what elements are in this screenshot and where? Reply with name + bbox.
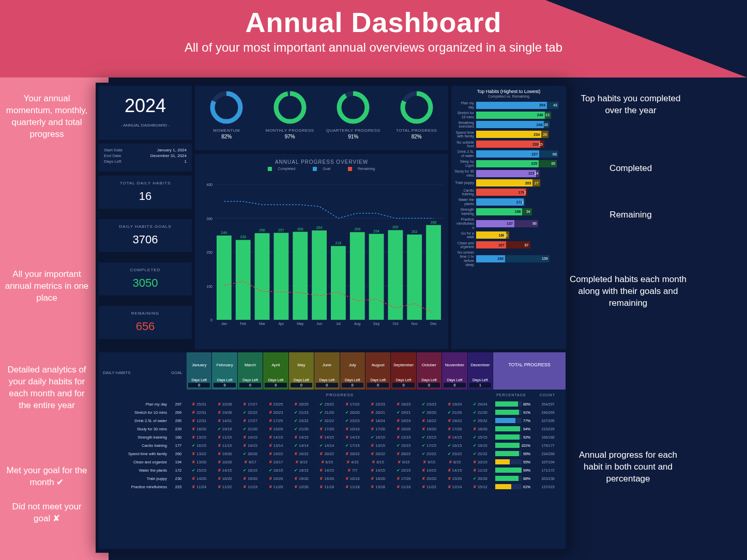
page-title: Annual Dashboard xyxy=(0,6,747,38)
month-header-july: July xyxy=(340,352,365,377)
svg-rect-39 xyxy=(350,232,365,320)
svg-text:Dec: Dec xyxy=(430,322,437,325)
svg-text:May: May xyxy=(297,322,304,326)
callout-annual-progress: Annual progress for each habit in both c… xyxy=(574,449,682,485)
callout-momentum: Your annual momentum, monthly, quarterly… xyxy=(4,93,89,141)
top-habit-row: Breathing exercises24420 xyxy=(454,121,563,129)
svg-text:Jan: Jan xyxy=(221,322,227,325)
donut-total-progress: TOTAL PROGRESS82% xyxy=(385,86,449,150)
habit-row: Practice mindfulness223✘11/24✘11/22✘11/1… xyxy=(99,483,566,491)
habit-row: Drink 2.5L of water295✘12/31✘14/31✘17/27… xyxy=(99,416,566,425)
top-habit-row: No outside food23015 xyxy=(454,141,563,148)
svg-rect-27 xyxy=(274,233,289,320)
top-habit-row: Stretch for 10 mins24623 xyxy=(454,111,563,119)
svg-text:280: 280 xyxy=(431,221,437,224)
metric-2: COMPLETED3050 xyxy=(99,262,192,295)
top-habits-panel: Top Habits (Highest to Lowest) Completed… xyxy=(451,86,566,349)
year-panel: 2024 - ANNUAL DASHBOARD - xyxy=(99,86,192,140)
callout-met-goal: Met your goal for the month ✔ xyxy=(4,465,89,489)
callout-metrics: All your important annual metrics in one… xyxy=(4,269,89,304)
svg-text:265: 265 xyxy=(392,226,399,229)
habits-table: DAILY HABITS GOAL JanuaryFebruaryMarchAp… xyxy=(99,352,566,549)
top-habit-row: Practice mindfulnes s13786 xyxy=(454,217,563,229)
top-habit-row: Train puppy20327 xyxy=(454,179,563,186)
chart-legend: Completed Goal Remaining xyxy=(200,167,443,171)
callout-remaining: Remaining xyxy=(579,209,682,221)
year-value: 2024 xyxy=(99,95,192,117)
svg-text:260: 260 xyxy=(297,227,303,231)
month-header-may: May xyxy=(289,352,314,377)
top-habit-row: No screen time 1 hr before sleep104159 xyxy=(454,251,563,267)
callout-analytics: Detailed analytics of your daily habits … xyxy=(4,364,89,412)
bar-chart-svg: 0100200300400249Jan236Feb256Mar257Apr260… xyxy=(200,174,443,339)
svg-point-3 xyxy=(276,94,304,121)
habit-row: Water the plants172✔15/15✘14/15✔16/15✔18… xyxy=(99,466,566,474)
top-habit-row: Drink 2.5L of water22768 xyxy=(454,150,563,158)
chart-title: ANNUAL PROGRESS OVERVIEW xyxy=(200,159,443,165)
svg-text:Mar: Mar xyxy=(259,322,266,325)
habit-row: Clean and organize194✘13/20✘10/20✘8/17✘1… xyxy=(99,458,566,466)
svg-text:100: 100 xyxy=(206,285,212,288)
top-habit-row: Sleep by 11pm22565 xyxy=(454,160,563,167)
page-subtitle: All of your most important annual overvi… xyxy=(0,40,747,55)
svg-text:252: 252 xyxy=(411,230,418,234)
month-header-october: October xyxy=(417,352,442,377)
dashboard: 2024 - ANNUAL DASHBOARD - Start DateJanu… xyxy=(96,83,569,553)
metric-1: DAILY HABITS GOALS3706 xyxy=(99,219,192,252)
top-habit-row: Study for 30 mins21514 xyxy=(454,169,563,177)
top-habit-row: Clean and organize10787 xyxy=(454,241,563,249)
top-habit-row: Plan my day25443 xyxy=(454,101,563,109)
svg-text:300: 300 xyxy=(206,217,212,221)
page-header: Annual Dashboard All of your most import… xyxy=(0,6,747,55)
svg-text:Sep: Sep xyxy=(373,322,380,326)
svg-text:Jun: Jun xyxy=(316,322,322,325)
month-header-april: April xyxy=(263,352,288,377)
svg-text:Aug: Aug xyxy=(354,322,361,326)
habit-row: Strength traininig180✘13/15✘11/15✘14/15✘… xyxy=(99,433,566,441)
top-habit-row: Water the plants1711 xyxy=(454,198,563,206)
svg-text:Apr: Apr xyxy=(278,322,284,326)
callout-top-habits: Top habits you completed over the year xyxy=(579,93,682,117)
top-habit-row: Go for a walk10810 xyxy=(454,231,563,239)
top-habit-row: Spend time with family23426 xyxy=(454,131,563,138)
svg-rect-42 xyxy=(369,234,384,320)
month-header-march: March xyxy=(238,352,263,377)
habit-row: Train puppy230✘14/20✘16/20✘19/20✘16/20✘1… xyxy=(99,474,566,483)
top-habit-row: Cardio training1792 xyxy=(454,189,563,196)
habit-row: Spend time with family260✘13/22✘19/20✔20… xyxy=(99,449,566,458)
svg-rect-51 xyxy=(426,225,441,320)
svg-text:Jul: Jul xyxy=(336,322,341,325)
svg-text:249: 249 xyxy=(221,231,227,235)
svg-rect-33 xyxy=(312,230,327,320)
svg-text:400: 400 xyxy=(206,183,212,186)
month-header-january: January xyxy=(187,352,212,377)
svg-rect-24 xyxy=(255,233,270,320)
svg-rect-21 xyxy=(236,240,251,320)
svg-text:257: 257 xyxy=(278,228,284,232)
svg-text:236: 236 xyxy=(240,236,246,239)
svg-text:Feb: Feb xyxy=(240,322,246,325)
svg-text:218: 218 xyxy=(336,241,342,245)
svg-text:254: 254 xyxy=(373,229,379,233)
month-header-september: September xyxy=(391,352,416,377)
donut-monthly-progress: MONTHLY PROGRESS97% xyxy=(258,86,322,150)
month-header-november: November xyxy=(442,352,467,377)
svg-point-5 xyxy=(339,94,367,121)
annual-progress-chart: ANNUAL PROGRESS OVERVIEW Completed Goal … xyxy=(195,154,448,349)
svg-text:Nov: Nov xyxy=(411,322,418,325)
month-header-december: December xyxy=(468,352,493,377)
month-header-june: June xyxy=(314,352,340,377)
svg-text:Oct: Oct xyxy=(392,322,398,325)
habit-row: Plan my day297✘25/31✘22/28✘17/27✘23/25✘2… xyxy=(99,400,566,408)
svg-rect-30 xyxy=(293,232,308,320)
dates-panel: Start DateJanuary 1, 2024 End DateDecemb… xyxy=(99,144,192,172)
callout-not-met: Did not meet your goal ✘ xyxy=(4,501,89,525)
svg-rect-48 xyxy=(407,235,422,320)
svg-text:0: 0 xyxy=(210,318,212,322)
metric-0: TOTAL DAILY HABITS16 xyxy=(99,176,192,209)
habit-row: Stretch for 10 mins269✘22/31✘19/28✔22/22… xyxy=(99,408,566,416)
habit-row: Study for 30 mins229✘18/20✔19/19✔21/20✘1… xyxy=(99,425,566,433)
svg-rect-36 xyxy=(331,246,346,320)
habit-row: Cardio training177✔16/15✘11/15✘14/15✘13/… xyxy=(99,441,566,449)
top-habit-row: Strength traininig16634 xyxy=(454,208,563,215)
